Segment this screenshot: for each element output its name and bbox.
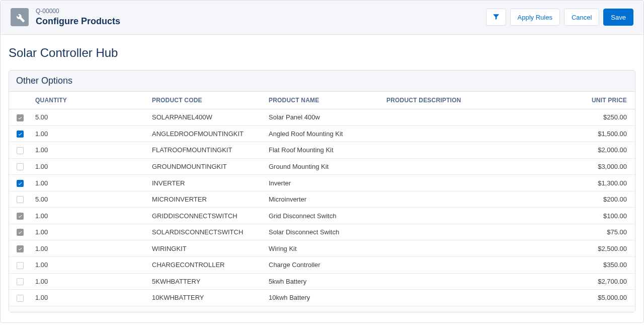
app-container: Q-00000 Configure Products Apply Rules C…: [0, 0, 644, 323]
cell-product-description: [382, 191, 565, 208]
cell-quantity: 1.00: [31, 158, 148, 175]
wrench-icon: [11, 8, 29, 26]
cell-unit-price: $1,500.00: [565, 125, 635, 142]
cell-product-code: GRIDDISCONNECTSWITCH: [148, 208, 265, 224]
row-checkbox[interactable]: [17, 278, 24, 285]
cell-product-name: Flat Roof Mounting Kit: [265, 142, 382, 159]
cell-product-description: [382, 273, 565, 290]
row-checkbox[interactable]: [17, 147, 24, 154]
row-checkbox[interactable]: [17, 163, 24, 170]
cell-product-name: Solar Disconnect Switch: [265, 224, 382, 240]
table-row: 1.00WIRINGKITWiring Kit$2,500.00: [9, 240, 635, 257]
cell-product-code: 10KWHBATTERY: [148, 290, 265, 306]
table-row: 1.00CHARGECONTROLLERCharge Controller$35…: [9, 257, 635, 274]
cell-product-name: Angled Roof Mounting Kit: [265, 125, 382, 142]
cancel-button[interactable]: Cancel: [564, 9, 599, 26]
col-header-product-description: PRODUCT DESCRIPTION: [382, 92, 565, 109]
cell-quantity: 1.00: [31, 208, 148, 224]
filter-button[interactable]: [486, 9, 506, 26]
table-row: 1.00FLATROOFMOUNTINGKITFlat Roof Mountin…: [9, 142, 635, 159]
cell-product-code: MICROINVERTER: [148, 191, 265, 208]
col-header-product-code: PRODUCT CODE: [148, 92, 265, 109]
table-row: 1.00GROUNDMOUNTINGKITGround Mounting Kit…: [9, 158, 635, 175]
cell-product-description: [382, 257, 565, 274]
quote-id: Q-00000: [36, 8, 120, 16]
col-header-product-name: PRODUCT NAME: [265, 92, 382, 109]
cell-product-code: CHARGECONTROLLER: [148, 257, 265, 274]
cell-unit-price: $200.00: [565, 191, 635, 208]
cell-product-code: ANGLEDROOFMOUNTINGKIT: [148, 125, 265, 142]
cell-product-name: Ground Mounting Kit: [265, 158, 382, 175]
filter-icon: [492, 13, 500, 22]
cell-product-code: WIRINGKIT: [148, 240, 265, 257]
section-title: Solar Controller Hub: [1, 35, 643, 70]
cell-unit-price: $75.00: [565, 224, 635, 240]
options-table: QUANTITY PRODUCT CODE PRODUCT NAME PRODU…: [9, 92, 635, 306]
cell-quantity: 1.00: [31, 290, 148, 306]
cell-product-description: [382, 290, 565, 306]
cell-product-description: [382, 125, 565, 142]
row-checkbox[interactable]: [17, 180, 24, 187]
apply-rules-button[interactable]: Apply Rules: [510, 9, 560, 26]
content: Other Options QUANTITY PRODUCT CODE PROD…: [1, 70, 643, 322]
header-title-block: Q-00000 Configure Products: [36, 8, 120, 27]
cell-quantity: 5.00: [31, 191, 148, 208]
cell-product-name: Wiring Kit: [265, 240, 382, 257]
cell-product-code: GROUNDMOUNTINGKIT: [148, 158, 265, 175]
row-checkbox[interactable]: [17, 262, 24, 269]
cell-product-name: Grid Disconnect Switch: [265, 208, 382, 224]
table-row: 1.00INVERTERInverter$1,300.00: [9, 175, 635, 191]
cell-product-code: INVERTER: [148, 175, 265, 191]
table-row: 5.00MICROINVERTERMicroinverter$200.00: [9, 191, 635, 208]
cell-unit-price: $2,700.00: [565, 273, 635, 290]
col-header-unit-price: UNIT PRICE: [565, 92, 635, 109]
row-checkbox: [17, 213, 24, 220]
cell-product-name: Charge Controller: [265, 257, 382, 274]
cell-product-code: SOLARDISCONNECTSWITCH: [148, 224, 265, 240]
cell-product-code: FLATROOFMOUNTINGKIT: [148, 142, 265, 159]
cell-product-description: [382, 142, 565, 159]
save-button[interactable]: Save: [603, 9, 633, 26]
cell-product-name: Solar Panel 400w: [265, 109, 382, 125]
cell-product-description: [382, 224, 565, 240]
cell-quantity: 1.00: [31, 273, 148, 290]
panel-title: Other Options: [9, 71, 635, 92]
table-row: 1.00ANGLEDROOFMOUNTINGKITAngled Roof Mou…: [9, 125, 635, 142]
table-row: 1.0010KWHBATTERY10kwh Battery$5,000.00: [9, 290, 635, 306]
cell-unit-price: $3,000.00: [565, 158, 635, 175]
cell-product-name: 10kwh Battery: [265, 290, 382, 306]
row-checkbox: [17, 229, 24, 236]
col-header-checkbox: [9, 92, 31, 109]
row-checkbox[interactable]: [17, 131, 24, 138]
page-header: Q-00000 Configure Products Apply Rules C…: [1, 1, 643, 35]
cell-quantity: 1.00: [31, 125, 148, 142]
col-header-quantity: QUANTITY: [31, 92, 148, 109]
cell-product-name: Microinverter: [265, 191, 382, 208]
header-actions: Apply Rules Cancel Save: [486, 9, 633, 26]
cell-product-description: [382, 158, 565, 175]
cell-quantity: 1.00: [31, 142, 148, 159]
cell-product-description: [382, 175, 565, 191]
cell-product-description: [382, 109, 565, 125]
cell-unit-price: $5,000.00: [565, 290, 635, 306]
cell-quantity: 1.00: [31, 175, 148, 191]
header-left: Q-00000 Configure Products: [11, 8, 120, 27]
cell-product-description: [382, 240, 565, 257]
cell-unit-price: $2,000.00: [565, 142, 635, 159]
table-row: 1.005KWHBATTERY5kwh Battery$2,700.00: [9, 273, 635, 290]
cell-product-code: SOLARPANEL400W: [148, 109, 265, 125]
row-checkbox[interactable]: [17, 196, 24, 203]
row-checkbox: [17, 245, 24, 252]
cell-product-name: Inverter: [265, 175, 382, 191]
cell-unit-price: $250.00: [565, 109, 635, 125]
cell-product-description: [382, 208, 565, 224]
options-panel: Other Options QUANTITY PRODUCT CODE PROD…: [9, 70, 635, 312]
row-checkbox[interactable]: [17, 295, 24, 302]
cell-unit-price: $350.00: [565, 257, 635, 274]
table-row: 1.00GRIDDISCONNECTSWITCHGrid Disconnect …: [9, 208, 635, 224]
cell-quantity: 1.00: [31, 224, 148, 240]
panel-footer: [9, 306, 635, 312]
cell-unit-price: $1,300.00: [565, 175, 635, 191]
page-title: Configure Products: [36, 16, 120, 27]
cell-unit-price: $2,500.00: [565, 240, 635, 257]
